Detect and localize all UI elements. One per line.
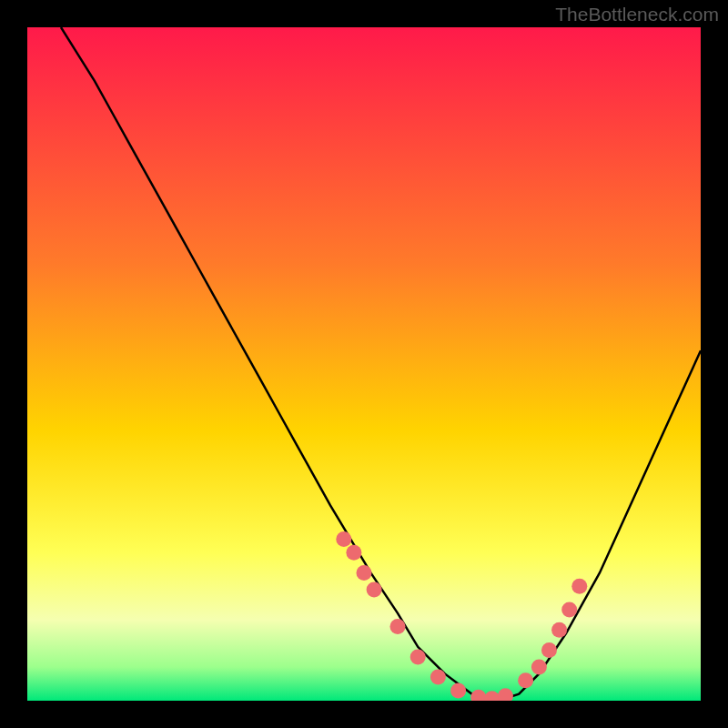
chart-container: TheBottleneck.com [0, 0, 728, 728]
data-marker [367, 581, 382, 597]
chart-svg [27, 27, 701, 701]
data-marker [390, 619, 406, 634]
data-marker [518, 672, 533, 688]
plot-area [27, 27, 701, 701]
gradient-background [27, 27, 701, 701]
data-marker [561, 602, 577, 618]
data-marker [551, 622, 567, 638]
data-marker [450, 682, 466, 698]
data-marker [531, 660, 547, 675]
data-marker [357, 565, 372, 581]
data-marker [410, 649, 426, 664]
data-marker [541, 642, 557, 658]
data-marker [346, 545, 361, 561]
data-marker [430, 670, 446, 685]
data-marker [571, 579, 587, 594]
watermark-text: TheBottleneck.com [555, 4, 719, 25]
data-marker [336, 531, 351, 547]
